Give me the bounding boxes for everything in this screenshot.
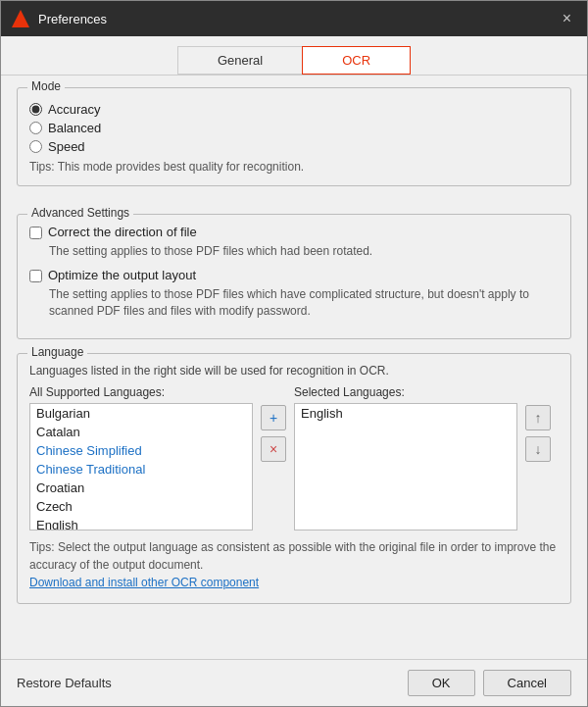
mode-section: Mode Accuracy Balanced Speed Tips: This … — [17, 87, 571, 186]
language-tips: Tips: Select the output language as cons… — [29, 538, 559, 591]
ok-button[interactable]: OK — [408, 670, 475, 696]
selected-languages-col: Selected Languages: English — [294, 385, 517, 530]
add-remove-buttons: + × — [253, 405, 294, 462]
mode-accuracy-item: Accuracy — [29, 102, 559, 117]
list-item[interactable]: Catalan — [30, 423, 252, 441]
language-columns: All Supported Languages: Bulgarian Catal… — [29, 385, 559, 530]
optimize-layout-desc: The setting applies to those PDF files w… — [49, 286, 559, 320]
correct-direction-item: Correct the direction of file — [29, 225, 559, 239]
footer: Restore Defaults OK Cancel — [1, 659, 587, 706]
advanced-settings-section: Advanced Settings Correct the direction … — [17, 214, 571, 339]
optimize-layout-label: Optimize the output layout — [48, 268, 196, 282]
mode-speed-item: Speed — [29, 139, 559, 154]
language-section-title: Language — [27, 345, 87, 359]
optimize-layout-checkbox[interactable] — [29, 270, 42, 282]
mode-speed-label: Speed — [48, 139, 85, 154]
selected-languages-list[interactable]: English — [294, 403, 517, 530]
advanced-settings-title: Advanced Settings — [27, 206, 133, 220]
list-item[interactable]: Czech — [30, 497, 252, 516]
all-languages-list[interactable]: Bulgarian Catalan Chinese Simplified Chi… — [29, 403, 253, 530]
move-down-button[interactable]: ↓ — [525, 436, 551, 462]
mode-balanced-label: Balanced — [48, 121, 101, 135]
optimize-layout-item: Optimize the output layout — [29, 268, 559, 282]
correct-direction-checkbox[interactable] — [29, 227, 42, 239]
cancel-button[interactable]: Cancel — [483, 670, 571, 696]
close-button[interactable]: × — [557, 7, 577, 30]
list-item[interactable]: Bulgarian — [30, 404, 252, 423]
remove-language-button[interactable]: × — [261, 436, 286, 462]
tab-ocr[interactable]: OCR — [302, 46, 411, 75]
up-down-buttons: ↑ ↓ — [517, 405, 559, 462]
list-item[interactable]: English — [295, 404, 516, 423]
language-tips-text: Tips: Select the output language as cons… — [29, 540, 556, 572]
mode-balanced-radio[interactable] — [29, 122, 42, 134]
language-description: Languages listed in the right side will … — [29, 364, 559, 378]
mode-balanced-item: Balanced — [29, 121, 559, 135]
content-area: Mode Accuracy Balanced Speed Tips: This … — [1, 76, 587, 659]
list-item[interactable]: Chinese Traditional — [30, 460, 252, 479]
foxit-logo — [12, 10, 29, 27]
tab-bar: General OCR — [1, 36, 587, 76]
title-bar: Preferences × — [1, 1, 587, 36]
correct-direction-desc: The setting applies to those PDF files w… — [49, 243, 559, 260]
preferences-dialog: Preferences × General OCR Mode Accuracy … — [0, 0, 588, 707]
download-link[interactable]: Download and install other OCR component — [29, 576, 259, 589]
all-languages-label: All Supported Languages: — [29, 385, 253, 399]
mode-accuracy-radio[interactable] — [29, 103, 42, 116]
language-section: Language Languages listed in the right s… — [17, 353, 571, 604]
restore-defaults-button[interactable]: Restore Defaults — [17, 676, 112, 690]
list-item[interactable]: Croatian — [30, 479, 252, 497]
correct-direction-label: Correct the direction of file — [48, 225, 197, 239]
footer-actions: OK Cancel — [408, 670, 571, 696]
mode-tips: Tips: This mode provides best quality fo… — [29, 160, 559, 174]
mode-speed-radio[interactable] — [29, 140, 42, 153]
all-languages-col: All Supported Languages: Bulgarian Catal… — [29, 385, 253, 530]
move-up-button[interactable]: ↑ — [525, 405, 551, 430]
list-item[interactable]: English — [30, 516, 252, 530]
mode-section-title: Mode — [27, 79, 65, 93]
tab-general[interactable]: General — [177, 46, 302, 75]
selected-languages-label: Selected Languages: — [294, 385, 517, 399]
mode-accuracy-label: Accuracy — [48, 102, 100, 117]
dialog-title: Preferences — [38, 12, 557, 26]
mode-radio-group: Accuracy Balanced Speed — [29, 102, 559, 154]
add-language-button[interactable]: + — [261, 405, 286, 430]
app-icon — [11, 9, 30, 28]
list-item[interactable]: Chinese Simplified — [30, 441, 252, 460]
